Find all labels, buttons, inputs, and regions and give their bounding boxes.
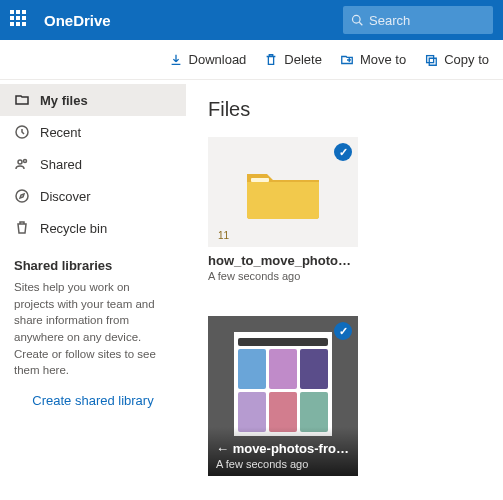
image-thumbnail[interactable]: move-photos-from-go… A few seconds ago: [208, 316, 358, 476]
image-preview-mock: [234, 332, 332, 436]
shared-libraries-text: Sites help you work on projects with you…: [0, 279, 186, 379]
page-title: Files: [208, 98, 481, 121]
clock-icon: [14, 124, 30, 140]
create-shared-library-link[interactable]: Create shared library: [0, 379, 186, 422]
svg-line-1: [359, 22, 362, 25]
sidebar-item-shared[interactable]: Shared: [0, 148, 186, 180]
search-box[interactable]: [343, 6, 493, 34]
selected-check-icon[interactable]: [334, 143, 352, 161]
recycle-icon: [14, 220, 30, 236]
delete-button[interactable]: Delete: [264, 52, 322, 67]
delete-icon: [264, 53, 278, 67]
item-meta: A few seconds ago: [216, 458, 350, 470]
copy-to-button[interactable]: Copy to: [424, 52, 489, 67]
svg-point-4: [18, 160, 22, 164]
compass-icon: [14, 188, 30, 204]
download-button[interactable]: Download: [169, 52, 247, 67]
selected-check-icon[interactable]: [334, 322, 352, 340]
download-icon: [169, 53, 183, 67]
svg-rect-7: [251, 178, 269, 182]
copy-to-icon: [424, 53, 438, 67]
sidebar-item-recent[interactable]: Recent: [0, 116, 186, 148]
svg-point-0: [353, 15, 361, 23]
main-content: Files 11 how_to_move_photos_f… A few sec…: [186, 80, 503, 500]
sidebar-item-discover[interactable]: Discover: [0, 180, 186, 212]
app-launcher-icon[interactable]: [10, 10, 30, 30]
people-icon: [14, 156, 30, 172]
sidebar-item-recycle-bin[interactable]: Recycle bin: [0, 212, 186, 244]
folder-graphic-icon: [243, 162, 323, 222]
move-to-icon: [340, 53, 354, 67]
item-meta: A few seconds ago: [208, 270, 358, 282]
sidebar-item-my-files[interactable]: My files: [0, 84, 186, 116]
search-input[interactable]: [369, 13, 485, 28]
folder-tile[interactable]: 11 how_to_move_photos_f… A few seconds a…: [208, 137, 358, 282]
folder-icon: [14, 92, 30, 108]
brand-label: OneDrive: [44, 12, 111, 29]
shared-libraries-header: Shared libraries: [0, 244, 186, 279]
svg-point-6: [16, 190, 28, 202]
item-name: move-photos-from-go…: [216, 441, 350, 456]
folder-thumbnail[interactable]: 11: [208, 137, 358, 247]
command-bar: Download Delete Move to Copy to: [0, 40, 503, 80]
svg-point-5: [24, 160, 27, 163]
svg-rect-2: [427, 55, 434, 62]
move-to-button[interactable]: Move to: [340, 52, 406, 67]
image-tile[interactable]: move-photos-from-go… A few seconds ago: [208, 316, 358, 476]
item-name: how_to_move_photos_f…: [208, 253, 358, 268]
search-icon: [351, 13, 363, 27]
sidebar: My files Recent Shared Discover Recycle …: [0, 80, 186, 500]
folder-count-badge: 11: [218, 230, 229, 241]
